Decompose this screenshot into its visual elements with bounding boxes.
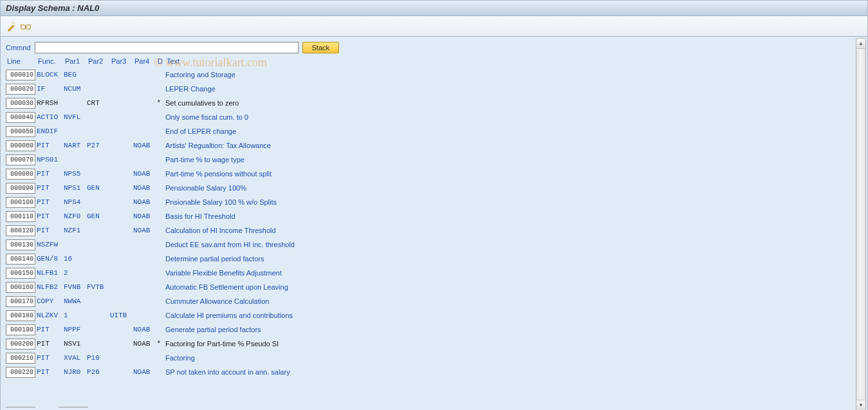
cell-par3 xyxy=(110,170,133,178)
cell-par2: P10 xyxy=(87,354,110,362)
line-number-input[interactable] xyxy=(6,197,35,208)
line-number-input[interactable] xyxy=(6,98,35,109)
cell-par1: NVFL xyxy=(64,113,87,121)
cell-par3 xyxy=(110,113,133,121)
table-row: GEN/8 16 Determine partial period factor… xyxy=(6,252,865,266)
cell-func: PIT xyxy=(37,170,64,178)
table-row: NPS01 Part-time % to wage type xyxy=(6,153,865,167)
cell-par2 xyxy=(87,71,110,79)
scroll-up-button[interactable]: ▲ xyxy=(856,39,865,49)
line-number-input[interactable] xyxy=(6,211,35,222)
line-number-input[interactable] xyxy=(6,324,35,335)
cell-d xyxy=(156,85,165,93)
line-number-input[interactable] xyxy=(6,183,35,194)
cell-d xyxy=(156,269,165,277)
cell-text: Part-time % pensions without split xyxy=(165,170,865,178)
cell-par1: BEG xyxy=(64,71,87,79)
cell-par2: GEN xyxy=(87,184,110,192)
cell-par2 xyxy=(87,170,110,178)
cell-par1: NART xyxy=(64,142,87,149)
wand-icon[interactable] xyxy=(6,21,17,32)
cell-par2 xyxy=(87,255,110,263)
cell-par2 xyxy=(87,269,110,277)
table-row: NLFB1 2 Variable Flexible Benefits Adjus… xyxy=(6,266,865,280)
cell-d xyxy=(156,212,165,220)
table-row: PIT NPS5 NOAB Part-time % pensions witho… xyxy=(6,167,865,181)
cell-par3 xyxy=(110,368,133,376)
header-d: D xyxy=(158,57,167,65)
line-number-input[interactable] xyxy=(6,70,35,80)
title-bar: Display Schema : NAL0 xyxy=(1,1,867,16)
cell-par1: NJR0 xyxy=(64,368,87,376)
cell-par3 xyxy=(110,227,133,234)
line-number-input[interactable] xyxy=(6,367,35,378)
cell-par1: 1 xyxy=(64,312,87,319)
cell-par1: NZF0 xyxy=(64,212,87,220)
cell-par4: NOAB xyxy=(133,170,156,178)
line-number-input[interactable] xyxy=(6,282,35,293)
cell-func: PIT xyxy=(37,142,64,149)
line-number-input[interactable] xyxy=(6,353,35,364)
cell-par2 xyxy=(87,227,110,234)
cell-d xyxy=(156,198,165,206)
glasses-icon[interactable] xyxy=(20,21,32,32)
line-number-input[interactable] xyxy=(6,310,35,321)
line-number-input[interactable] xyxy=(6,112,35,123)
line-number-input[interactable] xyxy=(6,339,35,349)
cell-par4: NOAB xyxy=(133,198,156,206)
table-row: ACTIO NVFL Only some fiscal cum. to 0 xyxy=(6,110,865,124)
content-area: © www.tutorialkart.com Cmmnd Stack Line … xyxy=(1,37,867,410)
cell-text: Generate partial period factors xyxy=(165,326,865,333)
cell-par1 xyxy=(64,241,87,248)
line-number-input[interactable] xyxy=(6,254,35,265)
cell-func: ACTIO xyxy=(37,113,64,121)
cell-par2: P26 xyxy=(87,368,110,376)
line-number-input[interactable] xyxy=(6,126,35,137)
table-row: PIT NZF1 NOAB Calculation of HI Income T… xyxy=(6,223,865,238)
vertical-scrollbar[interactable]: ▲ ▼ xyxy=(856,38,866,410)
line-number-input[interactable] xyxy=(6,140,35,151)
line-number-input[interactable] xyxy=(6,154,35,165)
cell-par2 xyxy=(87,241,110,248)
table-row: PIT NPS1 GEN NOAB Pensionable Salary 100… xyxy=(6,181,865,195)
cell-par1: 2 xyxy=(64,269,87,277)
cell-text: Automatic FB Settlement upon Leaving xyxy=(165,283,865,291)
cell-par1: NPS5 xyxy=(64,170,87,178)
command-input[interactable] xyxy=(35,42,299,53)
line-number-input[interactable] xyxy=(6,268,35,279)
cell-par4: NOAB xyxy=(133,368,156,376)
cell-func: NLFB1 xyxy=(37,269,64,277)
line-number-input[interactable] xyxy=(6,225,35,236)
table-row: IF NCUM LEPER Change xyxy=(6,82,865,96)
cell-func: PIT xyxy=(37,212,64,220)
cell-text: Factoring for Part-time % Pseudo SI xyxy=(165,340,865,348)
line-number-input[interactable] xyxy=(6,84,35,95)
cell-par4 xyxy=(133,283,156,291)
command-row: Cmmnd Stack xyxy=(6,42,865,53)
cell-par2 xyxy=(87,312,110,319)
scroll-down-button[interactable]: ▼ xyxy=(856,400,865,410)
cell-par4 xyxy=(133,113,156,121)
stack-button[interactable]: Stack xyxy=(302,42,340,53)
cell-d xyxy=(156,184,165,192)
cell-par1: FVNB xyxy=(64,283,87,291)
cell-func: NSZFW xyxy=(37,241,64,248)
cell-text: Factoring and Storage xyxy=(165,71,865,79)
table-row: COPY NWWA Cummuter Allowance Calculation xyxy=(6,294,865,308)
cell-text: Basis for HI Threshold xyxy=(165,212,865,220)
cell-par3 xyxy=(110,142,133,149)
cell-func: PIT xyxy=(37,326,64,333)
cell-func: NPS01 xyxy=(37,156,64,163)
cell-d xyxy=(156,113,165,121)
svg-point-2 xyxy=(12,22,13,23)
line-number-input[interactable] xyxy=(6,239,35,250)
line-number-input[interactable] xyxy=(6,169,35,180)
cell-par2: GEN xyxy=(87,212,110,220)
cell-text: Deduct EE sav.amt from HI inc. threshold xyxy=(165,241,865,248)
table-row: RFRSH CRT * Set cumulatives to zero xyxy=(6,96,865,110)
cell-par1: NPS4 xyxy=(64,198,87,206)
line-number-input[interactable] xyxy=(6,296,35,307)
table-row: BLOCK BEG Factoring and Storage xyxy=(6,68,865,82)
cell-par2: FVTB xyxy=(87,283,110,291)
cell-d xyxy=(156,170,165,178)
